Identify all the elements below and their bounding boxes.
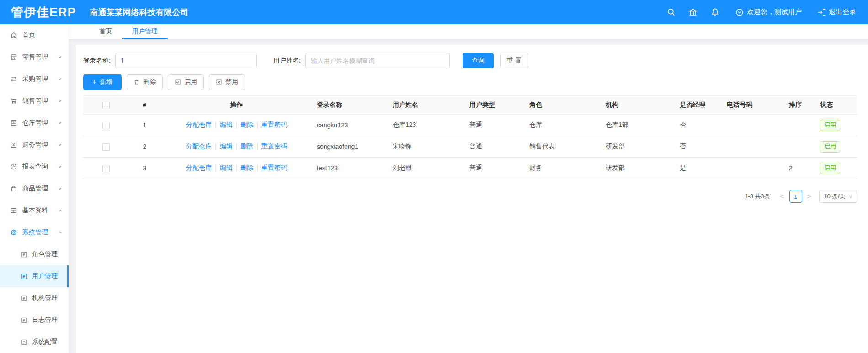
sidebar-item-warehouse[interactable]: 仓库管理: [0, 112, 69, 134]
document-icon: [21, 251, 27, 258]
page-size-select[interactable]: 10 条/页 ∨: [819, 190, 857, 203]
bell-icon[interactable]: [710, 7, 720, 17]
document-icon: [21, 339, 27, 346]
sidebar-item-sales[interactable]: 销售管理: [0, 90, 69, 112]
chevron-down-icon: [58, 121, 62, 125]
delete-link[interactable]: 删除: [240, 164, 253, 171]
sidebar-item-label: 销售管理: [22, 97, 58, 105]
tab-home[interactable]: 首页: [89, 24, 122, 39]
sidebar-subitem-log-mgmt[interactable]: 日志管理: [0, 309, 69, 331]
table-header-row: # 操作 登录名称 用户姓名 用户类型 角色 机构 是否经理 电话号码 排序 状…: [83, 96, 857, 115]
chevron-down-icon: ∨: [849, 194, 852, 200]
sidebar-item-label: 采购管理: [22, 75, 58, 83]
link-separator: |: [215, 121, 217, 128]
prev-page-button[interactable]: <: [777, 193, 788, 200]
link-separator: |: [236, 121, 238, 128]
bank-icon[interactable]: [688, 7, 698, 17]
money-icon: [10, 141, 17, 148]
status-badge: 启用: [820, 120, 840, 131]
sidebar-item-retail[interactable]: 零售管理: [0, 46, 69, 68]
col-name: 用户姓名: [388, 96, 465, 115]
sidebar-item-basic-data[interactable]: 基本资料: [0, 200, 69, 221]
sidebar-subitem-org-mgmt[interactable]: 机构管理: [0, 287, 69, 309]
col-login: 登录名称: [312, 96, 388, 115]
edit-link[interactable]: 编辑: [220, 164, 233, 171]
top-bar: 管伊佳ERP 南通某某网络科技有限公司 欢迎您，测试用户 退出登录: [0, 0, 868, 24]
logout-label: 退出登录: [829, 8, 856, 16]
reset-button[interactable]: 重 置: [500, 53, 528, 68]
users-table: # 操作 登录名称 用户姓名 用户类型 角色 机构 是否经理 电话号码 排序 状…: [83, 95, 857, 179]
tab-bar: 首页 用户管理: [69, 24, 868, 39]
row-checkbox[interactable]: [102, 122, 110, 129]
sidebar-subitem-label: 角色管理: [32, 250, 58, 258]
chevron-down-icon: [58, 186, 62, 191]
sidebar-item-label: 零售管理: [22, 53, 58, 61]
sidebar-item-label: 基本资料: [22, 206, 58, 215]
edit-link[interactable]: 编辑: [220, 121, 233, 128]
pagination-total: 1-3 共3条: [745, 192, 770, 200]
add-button[interactable]: + 新增: [83, 74, 122, 90]
row-checkbox[interactable]: [102, 143, 110, 151]
home-icon: [10, 32, 17, 39]
sidebar-subitem-label: 机构管理: [32, 294, 58, 302]
assign-warehouse-link[interactable]: 分配仓库: [186, 164, 212, 171]
chevron-down-icon: [58, 55, 62, 59]
cell-type: 普通: [465, 115, 525, 136]
delete-button[interactable]: 删除: [127, 74, 163, 90]
edit-link[interactable]: 编辑: [220, 142, 233, 150]
select-all-checkbox[interactable]: [102, 102, 110, 109]
link-separator: |: [215, 164, 217, 171]
welcome-user[interactable]: 欢迎您，测试用户: [735, 8, 802, 16]
cell-sort: [784, 136, 815, 158]
enable-button[interactable]: 启用: [168, 74, 204, 90]
reset-password-link[interactable]: 重置密码: [261, 121, 287, 128]
current-page-button[interactable]: 1: [789, 190, 802, 203]
sidebar-item-home[interactable]: 首页: [0, 24, 69, 46]
link-separator: |: [256, 121, 258, 128]
reset-password-link[interactable]: 重置密码: [261, 142, 287, 150]
sidebar-item-system[interactable]: 系统管理: [0, 221, 69, 243]
assign-warehouse-link[interactable]: 分配仓库: [186, 121, 212, 128]
grid-icon: [10, 207, 17, 214]
disable-button[interactable]: 禁用: [209, 74, 245, 90]
assign-warehouse-link[interactable]: 分配仓库: [186, 142, 212, 150]
search-icon[interactable]: [666, 7, 676, 17]
cell-sort: [784, 115, 815, 136]
sidebar-item-purchase[interactable]: 采购管理: [0, 68, 69, 90]
status-badge: 启用: [820, 163, 840, 174]
sidebar-subitem-label: 用户管理: [32, 272, 58, 280]
row-index: 1: [128, 115, 161, 136]
reset-password-link[interactable]: 重置密码: [261, 164, 287, 171]
cell-name: 宋晓锋: [388, 136, 465, 158]
row-checkbox[interactable]: [102, 165, 110, 172]
tab-user-mgmt[interactable]: 用户管理: [122, 24, 168, 39]
col-status: 状态: [815, 96, 857, 115]
main-area: 首页 用户管理 登录名称: 用户姓名: 查询 重 置 + 新增 删除: [69, 24, 868, 353]
cell-name: 刘老根: [388, 158, 465, 179]
sidebar-subitem-user-mgmt[interactable]: 用户管理: [0, 265, 69, 287]
search-button[interactable]: 查询: [463, 53, 494, 68]
login-name-input[interactable]: [115, 53, 257, 68]
sidebar-item-reports[interactable]: 报表查询: [0, 156, 69, 178]
chevron-down-icon: [58, 164, 62, 169]
cell-manager: 否: [675, 115, 722, 136]
cell-login: songxiaofeng1: [312, 136, 388, 158]
delete-link[interactable]: 删除: [240, 121, 253, 128]
cell-sort: 2: [784, 158, 815, 179]
next-page-button[interactable]: >: [804, 193, 815, 200]
link-separator: |: [236, 142, 238, 150]
checkbox-x-icon: [216, 79, 222, 85]
sidebar-subitem-system-config[interactable]: 系统配置: [0, 331, 69, 353]
plus-icon: +: [92, 79, 96, 86]
chevron-up-icon: [58, 230, 62, 235]
cell-manager: 是: [675, 158, 722, 179]
link-separator: |: [215, 142, 217, 150]
user-name-input[interactable]: [305, 53, 450, 68]
logout-button[interactable]: 退出登录: [817, 8, 856, 16]
trash-icon: [133, 79, 140, 85]
sidebar-item-finance[interactable]: 财务管理: [0, 134, 69, 156]
row-index: 2: [128, 136, 161, 158]
sidebar-item-goods[interactable]: 商品管理: [0, 178, 69, 200]
delete-link[interactable]: 删除: [240, 142, 253, 150]
sidebar-subitem-role-mgmt[interactable]: 角色管理: [0, 243, 69, 265]
